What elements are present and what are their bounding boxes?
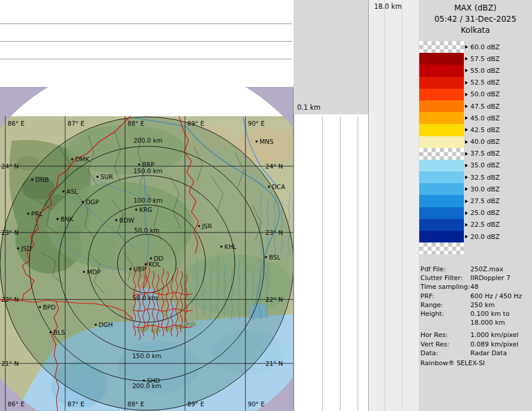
legend-row: 25.0 dBZ xyxy=(419,207,532,219)
legend-row: 42.5 dBZ xyxy=(419,124,532,136)
city-label: DNB xyxy=(35,176,49,183)
legend-label: 22.5 dBZ xyxy=(464,219,500,231)
legend-swatch xyxy=(419,53,464,65)
city-label: ASL xyxy=(66,188,78,195)
city-marker xyxy=(63,191,65,193)
city-marker xyxy=(143,380,145,382)
legend-tick-icon xyxy=(465,187,468,191)
height-scale-max-label: 18.0 km xyxy=(374,2,402,11)
city-label: BDW xyxy=(119,217,134,224)
city-label: JSR xyxy=(201,223,212,230)
legend-tick-icon xyxy=(465,223,468,227)
legend-swatch xyxy=(419,231,464,242)
city-marker xyxy=(256,141,258,143)
legend-row: 40.0 dBZ xyxy=(419,136,532,148)
legend-label: 30.0 dBZ xyxy=(464,183,500,195)
legend-tick-icon xyxy=(465,57,468,60)
city-marker xyxy=(57,218,59,220)
info-row: Range:250 km xyxy=(419,301,532,310)
legend-row: 20.0 dBZ xyxy=(419,231,532,242)
lon-label: 87° E xyxy=(68,120,85,127)
legend-row xyxy=(419,242,532,254)
city-label: BSL xyxy=(269,254,281,261)
radar-map: 86° E86° E87° E87° E88° E88° E89° E89° E… xyxy=(0,87,294,411)
city-label: DGH xyxy=(99,321,113,328)
city-label: BRP xyxy=(142,161,154,168)
station-name: Kolkata xyxy=(419,25,532,36)
lat-label: 24° N xyxy=(265,163,283,170)
lon-label: 90° E xyxy=(248,120,265,127)
legend-row: 55.0 dBZ xyxy=(419,65,532,76)
legend-row: 37.5 dBZ xyxy=(419,148,532,160)
legend-tick-icon xyxy=(465,200,468,203)
city-marker xyxy=(95,324,97,326)
legend-label: 25.0 dBZ xyxy=(464,207,500,219)
legend-row: 45.0 dBZ xyxy=(419,112,532,124)
legend-tick-icon xyxy=(465,45,468,49)
legend-label: 27.5 dBZ xyxy=(464,195,500,207)
city-label: DMK xyxy=(75,156,90,163)
city-label: KHL xyxy=(224,243,237,250)
legend-swatch xyxy=(419,77,464,89)
ring-label: 100.0 km xyxy=(133,197,163,204)
city-label: DCA xyxy=(272,183,285,190)
city-marker xyxy=(198,225,200,227)
legend-label: 47.5 dBZ xyxy=(464,100,500,112)
info-row: Pdf File:250Z.max xyxy=(419,265,532,274)
legend-swatch xyxy=(419,148,464,160)
product-info: Pdf File:250Z.maxClutter Filter:IIRDoppl… xyxy=(419,265,532,358)
secondary-projection-panel xyxy=(368,0,419,411)
city-label: MNS xyxy=(260,138,274,145)
height-gridline xyxy=(358,116,358,411)
lat-label: 24° N xyxy=(1,163,19,170)
info-row: 18.000 km xyxy=(419,319,532,328)
info-row: Data:Radar Data xyxy=(419,349,532,358)
lat-label: 22° N xyxy=(265,296,283,303)
height-gridline xyxy=(385,0,385,411)
info-row: Clutter Filter:IIRDoppler 7 xyxy=(419,274,532,283)
legend-tick-icon xyxy=(465,105,468,108)
city-marker xyxy=(116,220,117,221)
ring-label: 50.0 km xyxy=(132,294,157,301)
legend-swatch xyxy=(419,89,464,100)
legend-swatch xyxy=(419,136,464,148)
ring-label: 200.0 km xyxy=(133,137,163,144)
city-marker xyxy=(265,257,267,258)
city-marker xyxy=(150,258,152,260)
legend-label: 57.5 dBZ xyxy=(464,53,500,65)
legend-swatch xyxy=(419,219,464,231)
city-marker xyxy=(18,248,19,250)
lat-label: 21° N xyxy=(1,360,19,367)
city-label: SHD xyxy=(147,377,160,384)
legend-swatch xyxy=(419,207,464,219)
lat-label: 21° N xyxy=(265,360,283,367)
lon-label: 90° E xyxy=(248,400,265,407)
legend-swatch xyxy=(419,160,464,171)
city-label: DGP xyxy=(86,198,99,206)
height-gridline xyxy=(0,23,292,24)
info-row: Vert Res:0.089 km/pixel xyxy=(419,341,532,349)
lon-label: 88° E xyxy=(127,120,144,127)
legend-label: 52.5 dBZ xyxy=(464,77,500,89)
city-marker xyxy=(83,271,85,273)
software-brand: Rainbow® SELEX-SI xyxy=(420,359,485,367)
legend-swatch xyxy=(419,112,464,124)
ring-label: 150.0 km xyxy=(133,167,163,174)
lon-label: 87° E xyxy=(68,400,85,407)
legend-tick-icon xyxy=(465,152,468,156)
city-label: MDP xyxy=(87,268,100,275)
legend-tick-icon xyxy=(465,235,468,238)
legend-row: 30.0 dBZ xyxy=(419,183,532,195)
legend-label: 32.5 dBZ xyxy=(464,171,500,183)
legend-swatch xyxy=(419,124,464,136)
legend-tick-icon xyxy=(465,116,468,120)
info-row: Time sampling:48 xyxy=(419,283,532,292)
city-marker xyxy=(130,268,132,270)
lon-label: 86° E xyxy=(8,120,25,127)
city-marker xyxy=(72,159,73,160)
ring-label: 150.0 km xyxy=(132,352,161,359)
legend-swatch xyxy=(419,65,464,76)
legend-tick-icon xyxy=(465,211,468,215)
legend-tick-icon xyxy=(465,176,468,179)
legend-row: 35.0 dBZ xyxy=(419,160,532,171)
